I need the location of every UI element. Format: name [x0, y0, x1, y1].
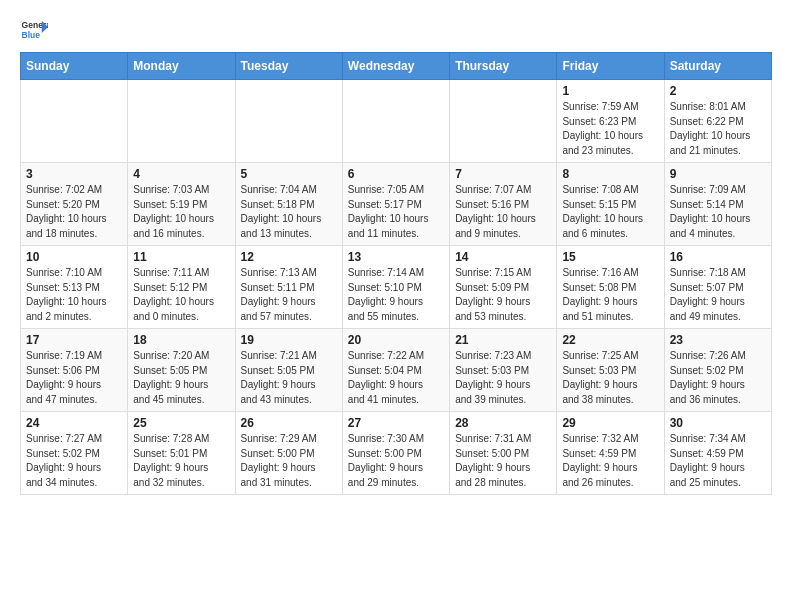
calendar-cell: 23Sunrise: 7:26 AM Sunset: 5:02 PM Dayli… [664, 329, 771, 412]
day-number: 9 [670, 167, 766, 181]
calendar-cell: 30Sunrise: 7:34 AM Sunset: 4:59 PM Dayli… [664, 412, 771, 495]
day-number: 30 [670, 416, 766, 430]
day-info: Sunrise: 7:20 AM Sunset: 5:05 PM Dayligh… [133, 349, 229, 407]
day-number: 5 [241, 167, 337, 181]
day-info: Sunrise: 7:18 AM Sunset: 5:07 PM Dayligh… [670, 266, 766, 324]
weekday-thursday: Thursday [450, 53, 557, 80]
calendar-cell: 21Sunrise: 7:23 AM Sunset: 5:03 PM Dayli… [450, 329, 557, 412]
calendar-cell: 14Sunrise: 7:15 AM Sunset: 5:09 PM Dayli… [450, 246, 557, 329]
calendar-cell: 17Sunrise: 7:19 AM Sunset: 5:06 PM Dayli… [21, 329, 128, 412]
day-info: Sunrise: 7:29 AM Sunset: 5:00 PM Dayligh… [241, 432, 337, 490]
day-number: 23 [670, 333, 766, 347]
weekday-saturday: Saturday [664, 53, 771, 80]
logo: General Blue [20, 16, 48, 44]
day-info: Sunrise: 7:04 AM Sunset: 5:18 PM Dayligh… [241, 183, 337, 241]
calendar-week-4: 17Sunrise: 7:19 AM Sunset: 5:06 PM Dayli… [21, 329, 772, 412]
weekday-monday: Monday [128, 53, 235, 80]
day-info: Sunrise: 7:32 AM Sunset: 4:59 PM Dayligh… [562, 432, 658, 490]
calendar-cell: 12Sunrise: 7:13 AM Sunset: 5:11 PM Dayli… [235, 246, 342, 329]
calendar-cell: 29Sunrise: 7:32 AM Sunset: 4:59 PM Dayli… [557, 412, 664, 495]
calendar-cell: 27Sunrise: 7:30 AM Sunset: 5:00 PM Dayli… [342, 412, 449, 495]
day-info: Sunrise: 8:01 AM Sunset: 6:22 PM Dayligh… [670, 100, 766, 158]
day-info: Sunrise: 7:15 AM Sunset: 5:09 PM Dayligh… [455, 266, 551, 324]
calendar-cell: 19Sunrise: 7:21 AM Sunset: 5:05 PM Dayli… [235, 329, 342, 412]
weekday-wednesday: Wednesday [342, 53, 449, 80]
day-info: Sunrise: 7:59 AM Sunset: 6:23 PM Dayligh… [562, 100, 658, 158]
day-info: Sunrise: 7:13 AM Sunset: 5:11 PM Dayligh… [241, 266, 337, 324]
calendar-cell: 15Sunrise: 7:16 AM Sunset: 5:08 PM Dayli… [557, 246, 664, 329]
day-number: 17 [26, 333, 122, 347]
day-info: Sunrise: 7:21 AM Sunset: 5:05 PM Dayligh… [241, 349, 337, 407]
day-number: 3 [26, 167, 122, 181]
day-number: 29 [562, 416, 658, 430]
day-number: 10 [26, 250, 122, 264]
day-number: 20 [348, 333, 444, 347]
calendar-cell: 2Sunrise: 8:01 AM Sunset: 6:22 PM Daylig… [664, 80, 771, 163]
day-number: 4 [133, 167, 229, 181]
day-info: Sunrise: 7:08 AM Sunset: 5:15 PM Dayligh… [562, 183, 658, 241]
day-info: Sunrise: 7:10 AM Sunset: 5:13 PM Dayligh… [26, 266, 122, 324]
calendar-cell [450, 80, 557, 163]
day-info: Sunrise: 7:23 AM Sunset: 5:03 PM Dayligh… [455, 349, 551, 407]
calendar-cell [235, 80, 342, 163]
day-info: Sunrise: 7:02 AM Sunset: 5:20 PM Dayligh… [26, 183, 122, 241]
calendar-cell: 16Sunrise: 7:18 AM Sunset: 5:07 PM Dayli… [664, 246, 771, 329]
day-info: Sunrise: 7:19 AM Sunset: 5:06 PM Dayligh… [26, 349, 122, 407]
day-info: Sunrise: 7:22 AM Sunset: 5:04 PM Dayligh… [348, 349, 444, 407]
calendar-cell: 22Sunrise: 7:25 AM Sunset: 5:03 PM Dayli… [557, 329, 664, 412]
day-info: Sunrise: 7:07 AM Sunset: 5:16 PM Dayligh… [455, 183, 551, 241]
calendar-cell: 18Sunrise: 7:20 AM Sunset: 5:05 PM Dayli… [128, 329, 235, 412]
day-info: Sunrise: 7:30 AM Sunset: 5:00 PM Dayligh… [348, 432, 444, 490]
day-number: 13 [348, 250, 444, 264]
day-info: Sunrise: 7:14 AM Sunset: 5:10 PM Dayligh… [348, 266, 444, 324]
calendar-table: SundayMondayTuesdayWednesdayThursdayFrid… [20, 52, 772, 495]
calendar-cell: 28Sunrise: 7:31 AM Sunset: 5:00 PM Dayli… [450, 412, 557, 495]
day-info: Sunrise: 7:26 AM Sunset: 5:02 PM Dayligh… [670, 349, 766, 407]
page-header: General Blue [20, 16, 772, 44]
day-number: 8 [562, 167, 658, 181]
day-info: Sunrise: 7:27 AM Sunset: 5:02 PM Dayligh… [26, 432, 122, 490]
day-number: 28 [455, 416, 551, 430]
day-info: Sunrise: 7:34 AM Sunset: 4:59 PM Dayligh… [670, 432, 766, 490]
day-info: Sunrise: 7:03 AM Sunset: 5:19 PM Dayligh… [133, 183, 229, 241]
day-number: 12 [241, 250, 337, 264]
calendar-cell: 3Sunrise: 7:02 AM Sunset: 5:20 PM Daylig… [21, 163, 128, 246]
day-number: 22 [562, 333, 658, 347]
calendar-cell: 10Sunrise: 7:10 AM Sunset: 5:13 PM Dayli… [21, 246, 128, 329]
calendar-week-2: 3Sunrise: 7:02 AM Sunset: 5:20 PM Daylig… [21, 163, 772, 246]
day-number: 15 [562, 250, 658, 264]
weekday-friday: Friday [557, 53, 664, 80]
day-info: Sunrise: 7:09 AM Sunset: 5:14 PM Dayligh… [670, 183, 766, 241]
calendar-cell [342, 80, 449, 163]
day-info: Sunrise: 7:11 AM Sunset: 5:12 PM Dayligh… [133, 266, 229, 324]
weekday-sunday: Sunday [21, 53, 128, 80]
day-number: 25 [133, 416, 229, 430]
calendar-cell: 1Sunrise: 7:59 AM Sunset: 6:23 PM Daylig… [557, 80, 664, 163]
day-info: Sunrise: 7:16 AM Sunset: 5:08 PM Dayligh… [562, 266, 658, 324]
day-info: Sunrise: 7:05 AM Sunset: 5:17 PM Dayligh… [348, 183, 444, 241]
day-number: 18 [133, 333, 229, 347]
svg-text:Blue: Blue [22, 30, 41, 40]
calendar-cell: 24Sunrise: 7:27 AM Sunset: 5:02 PM Dayli… [21, 412, 128, 495]
calendar-cell: 7Sunrise: 7:07 AM Sunset: 5:16 PM Daylig… [450, 163, 557, 246]
calendar-cell: 4Sunrise: 7:03 AM Sunset: 5:19 PM Daylig… [128, 163, 235, 246]
calendar-cell: 11Sunrise: 7:11 AM Sunset: 5:12 PM Dayli… [128, 246, 235, 329]
day-number: 2 [670, 84, 766, 98]
calendar-cell [21, 80, 128, 163]
day-number: 6 [348, 167, 444, 181]
weekday-header-row: SundayMondayTuesdayWednesdayThursdayFrid… [21, 53, 772, 80]
weekday-tuesday: Tuesday [235, 53, 342, 80]
day-number: 1 [562, 84, 658, 98]
calendar-cell: 26Sunrise: 7:29 AM Sunset: 5:00 PM Dayli… [235, 412, 342, 495]
calendar-cell: 5Sunrise: 7:04 AM Sunset: 5:18 PM Daylig… [235, 163, 342, 246]
day-number: 26 [241, 416, 337, 430]
day-number: 27 [348, 416, 444, 430]
calendar-cell: 9Sunrise: 7:09 AM Sunset: 5:14 PM Daylig… [664, 163, 771, 246]
day-number: 19 [241, 333, 337, 347]
logo-icon: General Blue [20, 16, 48, 44]
calendar-week-5: 24Sunrise: 7:27 AM Sunset: 5:02 PM Dayli… [21, 412, 772, 495]
day-info: Sunrise: 7:28 AM Sunset: 5:01 PM Dayligh… [133, 432, 229, 490]
calendar-cell: 6Sunrise: 7:05 AM Sunset: 5:17 PM Daylig… [342, 163, 449, 246]
day-number: 24 [26, 416, 122, 430]
calendar-cell: 8Sunrise: 7:08 AM Sunset: 5:15 PM Daylig… [557, 163, 664, 246]
